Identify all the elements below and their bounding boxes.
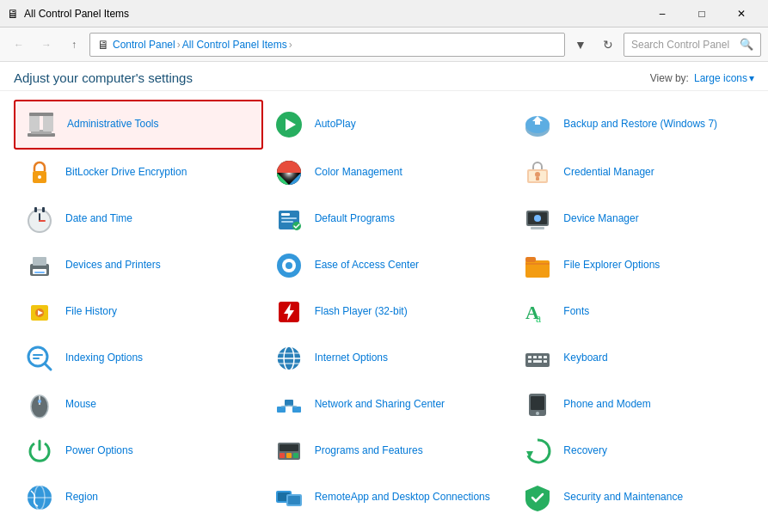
svg-line-73 — [281, 406, 289, 407]
address-box[interactable]: 🖥 Control Panel › All Control Panel Item… — [89, 33, 565, 57]
item-security-maintenance[interactable]: Security and Maintenance — [512, 474, 761, 521]
programs-icon — [272, 434, 306, 468]
backup-icon — [520, 107, 555, 142]
item-mouse[interactable]: Mouse — [14, 382, 263, 428]
svg-rect-76 — [531, 396, 544, 410]
svg-rect-50 — [33, 354, 43, 356]
address-icon: 🖥 — [97, 38, 109, 52]
item-devices-printers[interactable]: Devices and Printers — [14, 242, 263, 289]
svg-rect-82 — [293, 453, 298, 458]
close-button[interactable]: ✕ — [722, 0, 761, 28]
internet-icon — [272, 341, 306, 376]
item-network-sharing[interactable]: Network and Sharing Center — [263, 382, 513, 428]
forward-button[interactable]: → — [34, 33, 58, 57]
svg-rect-70 — [277, 407, 286, 413]
svg-rect-72 — [292, 407, 301, 413]
item-recovery[interactable]: Recovery — [512, 428, 761, 474]
datetime-icon — [22, 202, 57, 236]
item-label-flash-player: Flash Player (32-bit) — [315, 305, 408, 319]
item-file-explorer[interactable]: File Explorer Options — [512, 242, 761, 289]
refresh-button[interactable]: ↻ — [596, 33, 620, 57]
color-icon — [272, 156, 306, 190]
breadcrumb-all-items[interactable]: All Control Panel Items — [182, 39, 287, 51]
view-by-value: Large icons — [694, 72, 747, 84]
item-label-programs-features: Programs and Features — [315, 444, 423, 458]
item-label-fonts: Fonts — [563, 305, 589, 319]
minimize-button[interactable]: – — [642, 0, 682, 28]
item-date-time[interactable]: Date and Time — [14, 196, 263, 242]
item-label-remoteapp: RemoteApp and Desktop Connections — [315, 491, 490, 504]
item-power[interactable]: Power Options — [14, 428, 263, 474]
item-label-devices-printers: Devices and Printers — [65, 259, 161, 272]
view-by-selector[interactable]: Large icons ▾ — [694, 72, 754, 84]
item-keyboard[interactable]: Keyboard — [512, 335, 761, 382]
up-button[interactable]: ↑ — [62, 33, 86, 57]
item-label-internet-options: Internet Options — [315, 352, 388, 365]
svg-line-74 — [289, 406, 297, 407]
address-bar: ← → ↑ 🖥 Control Panel › All Control Pane… — [0, 28, 768, 62]
svg-rect-59 — [528, 356, 531, 358]
title-bar-icon: 🖥 — [7, 7, 19, 21]
back-button[interactable]: ← — [7, 33, 31, 57]
svg-rect-25 — [281, 217, 297, 219]
item-label-region: Region — [65, 491, 98, 504]
svg-point-77 — [536, 412, 539, 415]
search-placeholder: Search Control Panel — [631, 39, 729, 51]
item-internet-options[interactable]: Internet Options — [263, 335, 513, 382]
item-device-manager[interactable]: Device Manager — [512, 196, 761, 242]
svg-point-16 — [535, 172, 540, 177]
item-default-programs[interactable]: Default Programs — [263, 196, 513, 242]
dropdown-button[interactable]: ▼ — [568, 33, 593, 57]
svg-rect-64 — [533, 360, 542, 363]
maximize-button[interactable]: □ — [682, 0, 722, 28]
power-icon — [22, 434, 57, 468]
item-flash-player[interactable]: Flash Player (32-bit) — [263, 289, 513, 335]
svg-rect-4 — [29, 113, 53, 116]
item-bitlocker[interactable]: BitLocker Drive Encryption — [14, 150, 263, 196]
search-box[interactable]: Search Control Panel 🔍 — [624, 33, 761, 57]
title-bar-title: All Control Panel Items — [24, 8, 129, 20]
svg-rect-81 — [286, 453, 292, 458]
svg-rect-71 — [285, 400, 293, 406]
item-autoplay[interactable]: AutoPlay — [263, 100, 513, 150]
fonts-icon: Aa — [520, 295, 555, 329]
svg-rect-3 — [43, 114, 53, 131]
default-icon — [272, 202, 306, 236]
fileexp-icon — [520, 248, 555, 283]
item-label-recovery: Recovery — [563, 444, 607, 458]
svg-rect-24 — [281, 213, 290, 216]
main-content: Adjust your computer's settings View by:… — [0, 62, 768, 532]
svg-point-69 — [38, 400, 41, 403]
remote-icon — [272, 480, 306, 515]
item-phone-modem[interactable]: Phone and Modem — [512, 382, 761, 428]
svg-rect-40 — [525, 257, 536, 262]
item-administrative-tools[interactable]: Administrative Tools — [14, 100, 263, 150]
chevron-down-icon: ▾ — [749, 72, 754, 84]
title-bar-controls: – □ ✕ — [642, 0, 761, 28]
svg-rect-51 — [33, 358, 40, 359]
item-programs-features[interactable]: Programs and Features — [263, 428, 513, 474]
svg-rect-30 — [531, 227, 544, 229]
item-label-indexing: Indexing Options — [65, 352, 143, 365]
item-label-default-programs: Default Programs — [315, 212, 395, 226]
flash-icon — [272, 295, 306, 329]
item-file-history[interactable]: File History — [14, 289, 263, 335]
svg-rect-61 — [538, 356, 542, 358]
credential-icon — [520, 156, 555, 190]
item-indexing[interactable]: Indexing Options — [14, 335, 263, 382]
item-label-file-history: File History — [65, 305, 117, 319]
item-label-device-manager: Device Manager — [563, 212, 638, 226]
item-label-date-time: Date and Time — [65, 212, 132, 226]
item-remoteapp[interactable]: RemoteApp and Desktop Connections — [263, 474, 513, 521]
svg-rect-80 — [280, 453, 285, 458]
item-fonts[interactable]: AaFonts — [512, 289, 761, 335]
breadcrumb-control-panel[interactable]: Control Panel — [113, 39, 175, 51]
item-color-management[interactable]: Color Management — [263, 150, 513, 196]
item-ease-access[interactable]: Ease of Access Center — [263, 242, 513, 289]
keyboard-icon — [520, 341, 555, 376]
item-label-bitlocker: BitLocker Drive Encryption — [65, 166, 187, 180]
item-credential-manager[interactable]: Credential Manager — [512, 150, 761, 196]
items-grid: Administrative ToolsAutoPlayBackup and R… — [14, 100, 761, 521]
item-region[interactable]: Region — [14, 474, 263, 521]
item-backup-restore[interactable]: Backup and Restore (Windows 7) — [512, 100, 761, 150]
